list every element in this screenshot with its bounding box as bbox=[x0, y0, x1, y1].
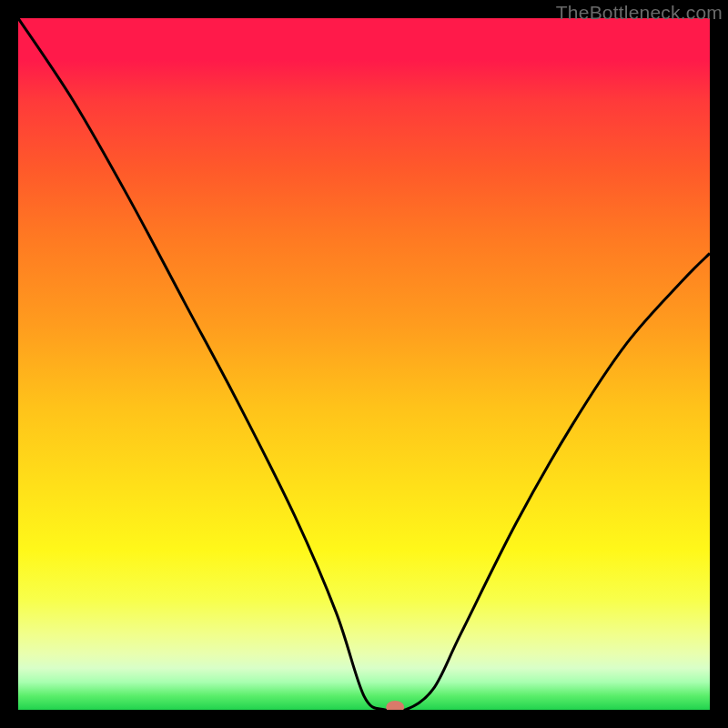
watermark-text: TheBottleneck.com bbox=[556, 2, 723, 24]
optimum-marker bbox=[386, 701, 404, 710]
bottleneck-curve bbox=[18, 18, 710, 710]
bottleneck-curve-svg bbox=[18, 18, 710, 710]
chart-frame: TheBottleneck.com bbox=[0, 0, 728, 728]
plot-area bbox=[18, 18, 710, 710]
